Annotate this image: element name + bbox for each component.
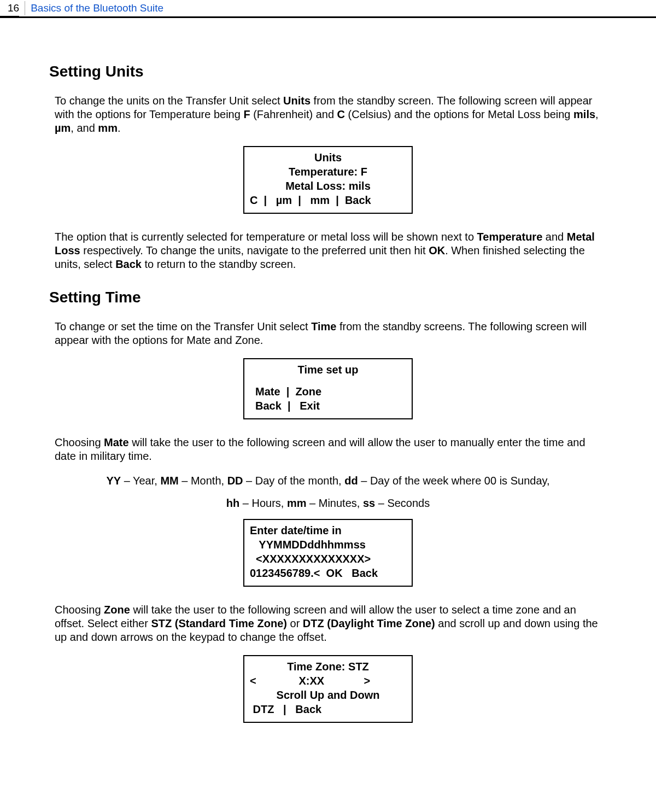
box-line: <XXXXXXXXXXXXXX> (250, 552, 406, 566)
text: – Month, (179, 475, 227, 487)
text: will take the user to the following scre… (55, 436, 585, 462)
timezone-screen-box: Time Zone: STZ < X:XX > Scroll Up and Do… (243, 655, 413, 723)
timesetup-screen-box: Time set up Mate | Zone Back | Exit (243, 358, 413, 419)
box-line: YYMMDDddhhmmss (250, 538, 406, 552)
box-line: Time Zone: STZ (250, 659, 406, 674)
text: – Minutes, (307, 497, 363, 509)
bold-dtz: DTZ (Daylight Time Zone) (303, 617, 435, 629)
header-rule (0, 16, 656, 18)
box-line: Time set up (250, 363, 406, 377)
date-format-legend-2: hh – Hours, mm – Minutes, ss – Seconds (55, 496, 601, 510)
box-line: C | µm | mm | Back (250, 193, 406, 207)
bold-mate: Mate (104, 436, 129, 448)
bold-um: µm (55, 122, 71, 134)
bold-mm: mm (98, 122, 118, 134)
text: , (595, 108, 599, 120)
bold-temperature: Temperature (477, 231, 543, 243)
text: . (118, 122, 121, 134)
bold-mm2: mm (287, 497, 307, 509)
box-line: Scroll Up and Down (250, 688, 406, 702)
heading-setting-units: Setting Units (49, 62, 601, 81)
page-number: 16 (0, 1, 25, 15)
setting-time-para3: Choosing Zone will take the user to the … (55, 603, 601, 644)
setting-units-para2: The option that is currently selected fo… (55, 230, 601, 271)
datetime-entry-box: Enter date/time in YYMMDDddhhmmss <XXXXX… (243, 519, 413, 587)
box-line: Enter date/time in (250, 523, 406, 538)
box-line: DTZ | Back (250, 702, 406, 716)
bold-hh: hh (226, 497, 239, 509)
text: – Day of the month, (243, 475, 345, 487)
text: – Day of the week where 00 is Sunday, (358, 475, 550, 487)
box-line: Back | Exit (250, 399, 406, 413)
bold-zone: Zone (104, 604, 130, 616)
bold-yy: YY (106, 475, 121, 487)
setting-units-para1: To change the units on the Transfer Unit… (55, 94, 601, 135)
box-line: Mate | Zone (250, 384, 406, 399)
setting-time-para2: Choosing Mate will take the user to the … (55, 436, 601, 463)
bold-c: C (337, 108, 345, 120)
box-line: Units (250, 150, 406, 165)
text: and (542, 231, 566, 243)
text: To change or set the time on the Transfe… (55, 320, 311, 332)
bold-dd-lower: dd (344, 475, 358, 487)
text: (Celsius) and the options for Metal Loss… (345, 108, 573, 120)
bold-stz: STZ (Standard Time Zone) (151, 617, 287, 629)
bold-mm: MM (160, 475, 178, 487)
text: – Seconds (375, 497, 430, 509)
box-line: 0123456789.< OK Back (250, 566, 406, 580)
box-line: < X:XX > (250, 674, 406, 688)
bold-ss: ss (363, 497, 375, 509)
text: or (287, 617, 303, 629)
text: (Fahrenheit) and (250, 108, 337, 120)
bold-back: Back (115, 258, 142, 270)
text: respectively. To change the units, navig… (80, 244, 429, 256)
bold-f: F (243, 108, 250, 120)
setting-time-para1: To change or set the time on the Transfe… (55, 320, 601, 347)
box-line: Temperature: F (250, 165, 406, 179)
units-screen-box: Units Temperature: F Metal Loss: mils C … (243, 146, 413, 214)
text: To change the units on the Transfer Unit… (55, 95, 283, 107)
text: Choosing (55, 604, 104, 616)
text: – Year, (121, 475, 160, 487)
text: The option that is currently selected fo… (55, 231, 477, 243)
page-content: Setting Units To change the units on the… (0, 18, 656, 750)
bold-units: Units (283, 95, 311, 107)
text: – Hours, (239, 497, 287, 509)
bold-ok: OK (429, 244, 445, 256)
text: to return to the standby screen. (142, 258, 296, 270)
text: Choosing (55, 436, 104, 448)
text: , and (71, 122, 98, 134)
bold-time: Time (311, 320, 336, 332)
bold-dd-upper: DD (227, 475, 243, 487)
heading-setting-time: Setting Time (49, 288, 601, 307)
box-line: Metal Loss: mils (250, 179, 406, 193)
bold-mils: mils (573, 108, 595, 120)
box-blank-line (250, 377, 406, 384)
header-section-title: Basics of the Bluetooth Suite (25, 2, 163, 14)
page-header: 16 Basics of the Bluetooth Suite (0, 0, 656, 16)
date-format-legend-1: YY – Year, MM – Month, DD – Day of the m… (55, 474, 601, 488)
